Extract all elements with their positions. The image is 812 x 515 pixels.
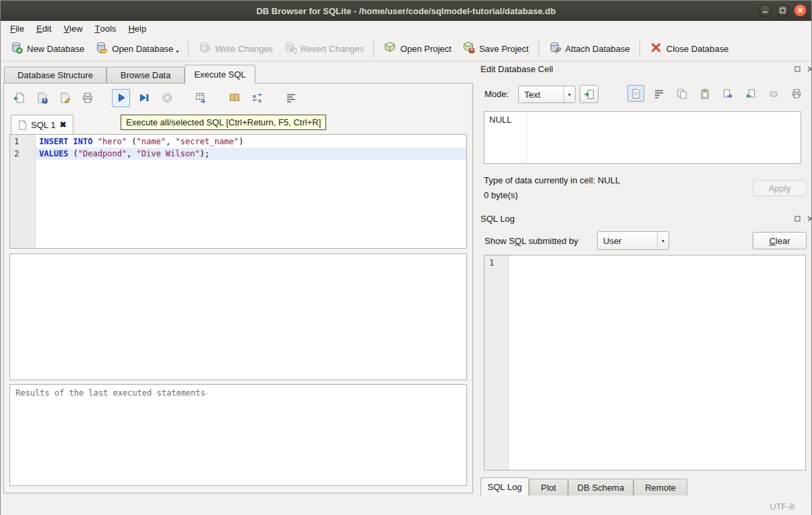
open-project-label: Open Project xyxy=(400,44,451,54)
close-button[interactable] xyxy=(794,4,807,17)
edit-cell-dock-buttons xyxy=(793,65,812,73)
save-sql-file-button[interactable] xyxy=(32,89,51,107)
sql-log-dock-title: SQL Log xyxy=(480,214,515,224)
close-database-button[interactable]: Close Database xyxy=(644,38,735,59)
save-project-button[interactable]: Save Project xyxy=(457,38,534,59)
tab-database-structure-label: Database Structure xyxy=(18,70,93,80)
dock-close-button[interactable] xyxy=(806,214,812,222)
sql-log-gutter: 1 xyxy=(485,255,509,470)
import-data-button[interactable] xyxy=(580,85,598,103)
open-sql-file-button[interactable] xyxy=(9,89,28,107)
attach-database-label: Attach Database xyxy=(565,44,630,54)
open-database-button[interactable]: Open Database ▾ xyxy=(90,38,184,59)
sql-editor[interactable]: 1INSERT INTO "hero" ("name", "secret_nam… xyxy=(9,134,467,249)
svg-text:a: a xyxy=(253,93,256,99)
sql-tab[interactable]: SQL 1 ✖ xyxy=(11,115,73,134)
bottom-tab-sql-log[interactable]: SQL Log xyxy=(480,477,529,495)
edit-cell-dock-title: Edit Database Cell xyxy=(480,64,553,74)
revert-changes-button: Revert Changes xyxy=(278,38,369,59)
open-project-icon xyxy=(383,41,396,56)
toolbar-separator xyxy=(373,40,374,57)
paste-icon xyxy=(699,88,710,99)
menu-help[interactable]: Help xyxy=(122,21,152,36)
copy-cell-button[interactable] xyxy=(673,85,690,102)
set-null-button[interactable] xyxy=(765,85,782,102)
word-wrap-cell-button[interactable] xyxy=(650,85,667,102)
cell-value-editor[interactable]: NULL xyxy=(484,111,801,164)
cell-size-info: 0 byte(s) xyxy=(484,190,518,200)
menu-tools[interactable]: Tools xyxy=(89,21,123,36)
find-icon xyxy=(228,92,241,104)
open-file-icon xyxy=(13,92,25,104)
tab-database-structure[interactable]: Database Structure xyxy=(4,67,106,83)
find-replace-button[interactable]: ab xyxy=(248,89,266,107)
results-message-pane: Results of the last executed statements xyxy=(9,384,467,486)
dock-float-button[interactable] xyxy=(793,214,801,222)
text-view-button[interactable] xyxy=(627,85,644,102)
save-sql-file-as-button[interactable] xyxy=(55,89,73,107)
export-icon xyxy=(722,88,733,99)
code-text: VALUES ("Deadpond", "Dive Wilson"); xyxy=(36,148,466,160)
execute-current-line-button[interactable] xyxy=(135,89,153,107)
sql-file-icon xyxy=(18,120,27,130)
word-wrap-button[interactable] xyxy=(282,89,300,107)
stop-execution-button xyxy=(158,89,176,107)
dock-float-button[interactable] xyxy=(793,65,801,73)
bottom-tab-remote[interactable]: Remote xyxy=(633,479,687,495)
print-sql-button[interactable] xyxy=(78,89,96,107)
sql-log-filter-label: Show SQL submitted by xyxy=(485,236,578,246)
cell-value: NULL xyxy=(489,115,511,125)
tab-execute-sql-label: Execute SQL xyxy=(194,69,246,80)
code-line-1[interactable]: 1INSERT INTO "hero" ("name", "secret_nam… xyxy=(10,135,466,148)
menu-file[interactable]: File xyxy=(4,21,30,36)
float-icon xyxy=(794,66,801,72)
new-database-button[interactable]: New Database xyxy=(5,38,90,59)
maximize-button[interactable] xyxy=(776,4,789,17)
minimize-button[interactable] xyxy=(759,4,772,17)
attach-database-button[interactable]: Attach Database xyxy=(543,38,635,59)
open-database-icon xyxy=(95,41,108,56)
wrap-lines-icon xyxy=(654,88,664,99)
toolbar-separator xyxy=(538,40,539,57)
dock-close-icon xyxy=(807,66,812,72)
text-document-icon xyxy=(631,88,642,99)
sql-tab-close-icon[interactable]: ✖ xyxy=(59,120,66,129)
dock-close-button[interactable] xyxy=(806,65,812,73)
results-grid[interactable] xyxy=(9,253,467,380)
mode-combobox[interactable]: Text ▾ xyxy=(518,86,575,103)
menu-bar: FileEditViewToolsHelp xyxy=(1,21,811,36)
window-title: DB Browser for SQLite - /home/user/code/… xyxy=(256,6,555,16)
menu-view[interactable]: View xyxy=(57,21,88,36)
window-controls xyxy=(759,4,807,17)
open-database-label: Open Database xyxy=(112,44,173,54)
save-results-button[interactable] xyxy=(191,89,210,107)
import-icon xyxy=(745,88,756,99)
clear-button[interactable]: Clear xyxy=(753,232,807,249)
tab-browse-data[interactable]: Browse Data xyxy=(106,67,185,83)
print-cell-button[interactable] xyxy=(788,85,805,102)
find-button[interactable] xyxy=(225,89,243,107)
bottom-tab-db-schema-label: DB Schema xyxy=(577,483,624,493)
open-database-dropdown-caret[interactable]: ▾ xyxy=(176,49,179,56)
menu-edit[interactable]: Edit xyxy=(30,21,57,36)
bottom-tab-plot[interactable]: Plot xyxy=(529,479,568,495)
execute-line-icon xyxy=(138,92,150,104)
import-cell-button[interactable] xyxy=(742,85,759,102)
float-icon xyxy=(794,216,801,222)
execute-tooltip: Execute all/selected SQL [Ctrl+Return, F… xyxy=(121,115,326,130)
mode-combobox-value: Text xyxy=(519,86,563,102)
export-cell-button[interactable] xyxy=(719,85,736,102)
sql-log-filter-combobox[interactable]: User ▾ xyxy=(597,231,669,250)
bottom-tab-plot-label: Plot xyxy=(541,483,556,493)
sql-log-view[interactable]: 1 xyxy=(484,255,806,471)
execute-all-button[interactable] xyxy=(112,89,130,107)
bottom-tab-db-schema[interactable]: DB Schema xyxy=(568,479,633,495)
open-project-button[interactable]: Open Project xyxy=(378,38,457,59)
title-bar[interactable]: DB Browser for SQLite - /home/user/code/… xyxy=(1,1,811,21)
find-replace-icon: ab xyxy=(251,92,263,104)
paste-cell-button[interactable] xyxy=(696,85,713,102)
tab-execute-sql[interactable]: Execute SQL xyxy=(185,65,255,84)
line-number: 2 xyxy=(10,148,36,160)
code-line-2[interactable]: 2VALUES ("Deadpond", "Dive Wilson"); xyxy=(10,148,466,160)
chevron-down-icon: ▾ xyxy=(657,232,668,249)
